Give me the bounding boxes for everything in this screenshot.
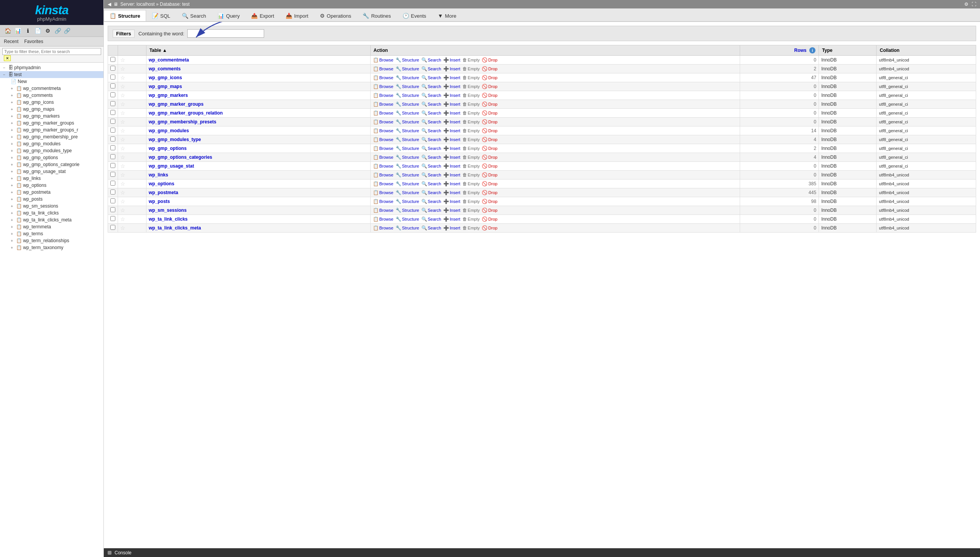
- table-name-link[interactable]: wp_gmp_icons: [149, 75, 182, 80]
- browse-action[interactable]: 📋Browse: [373, 93, 394, 98]
- structure-action[interactable]: 🔧Structure: [396, 181, 419, 186]
- table-name-link[interactable]: wp_postmeta: [149, 190, 178, 195]
- empty-action[interactable]: 🗑Empty: [463, 146, 480, 151]
- rows-cell[interactable]: 0: [740, 109, 819, 118]
- tree-filter-input[interactable]: [2, 48, 101, 55]
- structure-action[interactable]: 🔧Structure: [396, 199, 419, 204]
- sidebar-item-wp_comments[interactable]: +📋wp_comments: [0, 92, 103, 99]
- favorite-star-icon[interactable]: ☆: [120, 110, 125, 116]
- browse-action[interactable]: 📋Browse: [373, 190, 394, 195]
- row-checkbox[interactable]: [110, 57, 115, 62]
- back-icon[interactable]: ◀: [108, 2, 111, 7]
- table-name-link[interactable]: wp_commentmeta: [149, 57, 189, 63]
- browse-action[interactable]: 📋Browse: [373, 181, 394, 186]
- table-name-link[interactable]: wp_gmp_membership_presets: [149, 119, 216, 125]
- row-checkbox[interactable]: [110, 145, 115, 150]
- sidebar-item-wp_ta_link_clicks_meta[interactable]: +📋wp_ta_link_clicks_meta: [0, 216, 103, 223]
- favorite-star-icon[interactable]: ☆: [120, 66, 125, 72]
- rows-cell[interactable]: 14: [740, 126, 819, 135]
- empty-action[interactable]: 🗑Empty: [463, 84, 480, 89]
- table-name-link[interactable]: wp_gmp_markers: [149, 93, 188, 98]
- tab-search[interactable]: 🔍Search: [176, 10, 212, 21]
- structure-action[interactable]: 🔧Structure: [396, 208, 419, 213]
- rows-cell[interactable]: 0: [740, 215, 819, 224]
- row-checkbox[interactable]: [110, 207, 115, 212]
- drop-action[interactable]: 🚫Drop: [482, 57, 497, 63]
- insert-action[interactable]: ➕Insert: [443, 57, 461, 63]
- empty-action[interactable]: 🗑Empty: [463, 66, 480, 71]
- tab-query[interactable]: 📊Query: [212, 10, 245, 21]
- sidebar-item-phpmyadmin[interactable]: − 🗄 phpmyadmin: [0, 64, 103, 71]
- sidebar-item-wp_postmeta[interactable]: +📋wp_postmeta: [0, 189, 103, 196]
- drop-action[interactable]: 🚫Drop: [482, 128, 497, 133]
- drop-action[interactable]: 🚫Drop: [482, 84, 497, 89]
- row-checkbox[interactable]: [110, 216, 115, 221]
- table-name-link[interactable]: wp_ta_link_clicks_meta: [149, 225, 201, 231]
- structure-action[interactable]: 🔧Structure: [396, 84, 419, 89]
- console-bar[interactable]: Console: [104, 548, 980, 557]
- structure-action[interactable]: 🔧Structure: [396, 137, 419, 142]
- table-name-link[interactable]: wp_links: [149, 172, 168, 178]
- empty-action[interactable]: 🗑Empty: [463, 199, 480, 204]
- insert-action[interactable]: ➕Insert: [443, 172, 461, 178]
- table-name-link[interactable]: wp_gmp_marker_groups_relation: [149, 110, 223, 116]
- sidebar-item-wp_gmp_markers[interactable]: +📋wp_gmp_markers: [0, 113, 103, 120]
- sidebar-item-wp_gmp_usage_stat[interactable]: +📋wp_gmp_usage_stat: [0, 168, 103, 175]
- insert-action[interactable]: ➕Insert: [443, 75, 461, 80]
- empty-action[interactable]: 🗑Empty: [463, 190, 480, 195]
- structure-action[interactable]: 🔧Structure: [396, 101, 419, 107]
- drop-action[interactable]: 🚫Drop: [482, 146, 497, 151]
- rows-cell[interactable]: 445: [740, 188, 819, 197]
- rows-cell[interactable]: 0: [740, 224, 819, 233]
- favorite-star-icon[interactable]: ☆: [120, 128, 125, 134]
- sidebar-item-wp_links[interactable]: +📋wp_links: [0, 175, 103, 182]
- rows-cell[interactable]: 47: [740, 73, 819, 82]
- browse-action[interactable]: 📋Browse: [373, 110, 394, 116]
- sidebar-item-wp_term_taxonomy[interactable]: +📋wp_term_taxonomy: [0, 244, 103, 251]
- empty-action[interactable]: 🗑Empty: [463, 57, 480, 63]
- insert-action[interactable]: ➕Insert: [443, 93, 461, 98]
- insert-action[interactable]: ➕Insert: [443, 84, 461, 89]
- search-action[interactable]: 🔍Search: [421, 66, 441, 71]
- search-action[interactable]: 🔍Search: [421, 172, 441, 178]
- search-action[interactable]: 🔍Search: [421, 137, 441, 142]
- drop-action[interactable]: 🚫Drop: [482, 208, 497, 213]
- table-name-header[interactable]: Table ▲: [146, 45, 370, 56]
- drop-action[interactable]: 🚫Drop: [482, 110, 497, 116]
- drop-action[interactable]: 🚫Drop: [482, 172, 497, 178]
- insert-action[interactable]: ➕Insert: [443, 137, 461, 142]
- structure-action[interactable]: 🔧Structure: [396, 146, 419, 151]
- row-checkbox[interactable]: [110, 110, 115, 115]
- sidebar-item-new[interactable]: 📄 New: [0, 78, 103, 85]
- drop-action[interactable]: 🚫Drop: [482, 181, 497, 186]
- structure-action[interactable]: 🔧Structure: [396, 75, 419, 80]
- table-name-link[interactable]: wp_ta_link_clicks: [149, 216, 188, 222]
- row-checkbox[interactable]: [110, 190, 115, 195]
- settings-icon[interactable]: ⚙: [44, 27, 52, 35]
- drop-action[interactable]: 🚫Drop: [482, 216, 497, 222]
- row-checkbox[interactable]: [110, 92, 115, 97]
- empty-action[interactable]: 🗑Empty: [463, 208, 480, 213]
- table-name-link[interactable]: wp_options: [149, 181, 175, 186]
- tab-export[interactable]: 📤Export: [245, 10, 280, 21]
- sidebar-item-wp_term_relationships[interactable]: +📋wp_term_relationships: [0, 237, 103, 244]
- browse-action[interactable]: 📋Browse: [373, 155, 394, 160]
- drop-action[interactable]: 🚫Drop: [482, 93, 497, 98]
- table-name-link[interactable]: wp_gmp_options_categories: [149, 155, 212, 160]
- insert-action[interactable]: ➕Insert: [443, 110, 461, 116]
- favorite-star-icon[interactable]: ☆: [120, 92, 125, 98]
- search-action[interactable]: 🔍Search: [421, 84, 441, 89]
- favorite-star-icon[interactable]: ☆: [120, 75, 125, 81]
- sidebar-item-test[interactable]: − 🗄 test: [0, 71, 103, 78]
- search-action[interactable]: 🔍Search: [421, 225, 441, 231]
- favorite-star-icon[interactable]: ☆: [120, 198, 125, 205]
- browse-action[interactable]: 📋Browse: [373, 119, 394, 125]
- row-checkbox[interactable]: [110, 66, 115, 71]
- insert-action[interactable]: ➕Insert: [443, 216, 461, 222]
- table-name-link[interactable]: wp_gmp_options: [149, 146, 187, 151]
- table-name-link[interactable]: wp_comments: [149, 66, 181, 71]
- favorite-star-icon[interactable]: ☆: [120, 190, 125, 196]
- browse-action[interactable]: 📋Browse: [373, 225, 394, 231]
- empty-action[interactable]: 🗑Empty: [463, 172, 480, 178]
- info-circle-icon[interactable]: ℹ: [24, 27, 32, 35]
